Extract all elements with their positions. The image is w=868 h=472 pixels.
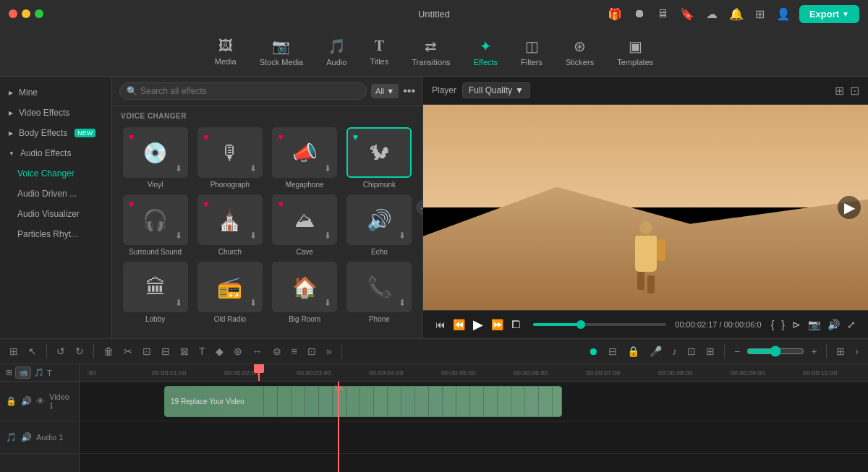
timeline-audio-track-button[interactable]: 🎵 [34,368,44,377]
sidebar-item-particles[interactable]: Particles Rhyt... [0,224,111,244]
toolbar-item-stickers[interactable]: ⊛ Stickers [554,32,605,72]
sidebar-item-audio-visualizer[interactable]: Audio Visualizer [0,204,111,224]
effect-item-lobby[interactable]: 🏛 ⬇ Lobby [121,262,190,323]
record-icon[interactable]: ⏺ [631,6,648,22]
grid-view-button[interactable]: ⊞ [835,84,844,98]
effect-item-cave[interactable]: ♥ ⛰ ⬇ Cave [271,194,339,256]
lock-button[interactable]: 🔒 [624,343,643,359]
effect-item-phone[interactable]: 📞 ⬇ Phone [345,262,414,323]
frame-forward-button[interactable]: ⏩ [488,317,507,332]
replace-button[interactable]: ↔ [249,343,266,359]
effects-search-input[interactable] [119,82,367,100]
audio-track-mute-icon[interactable]: 🔊 [21,432,32,442]
sidebar-item-audio-driven[interactable]: Audio Driven ... [0,184,111,204]
toolbar-item-media[interactable]: 🖼 Media [203,32,248,72]
zoom-slider[interactable] [746,346,804,357]
zoom-in-button[interactable]: + [807,343,820,359]
transform-button[interactable]: ⊛ [230,343,246,359]
effect-item-old-radio[interactable]: 📻 ⬇ Old Radio [195,262,264,323]
bell-icon[interactable]: 🔔 [726,6,746,22]
keyframe-button[interactable]: ◆ [212,343,227,359]
fit-screen-button[interactable]: ⊡ [850,84,859,98]
maximize-button[interactable] [35,9,43,18]
undo-button[interactable]: ↺ [53,343,69,359]
insert-button[interactable]: ⊞ [702,343,718,359]
mark-out-button[interactable]: } [778,317,788,332]
sidebar-item-body-effects[interactable]: ▶ Body Effects NEW [0,123,111,143]
record-audio-button[interactable]: ⏺ [584,343,602,359]
export-button[interactable]: Export ▼ [799,5,859,23]
timeline-video-track-button[interactable]: 📹 [15,366,31,379]
effect-button[interactable]: ≡ [288,343,301,359]
split-alt-button[interactable]: ⊠ [176,343,192,359]
volume-button[interactable]: 🔊 [824,317,843,332]
skip-back-button[interactable]: ⏮ [432,317,449,332]
crop-button[interactable]: ⊳ [788,317,804,332]
play-pause-button[interactable]: ▶ [469,315,488,334]
sidebar-item-voice-changer[interactable]: Voice Changer [0,163,111,184]
audio-track-icon[interactable]: 🎵 [6,432,17,442]
video-clip[interactable]: 19 Replace Your Video [164,386,562,417]
snap-button[interactable]: ⊟ [605,343,621,359]
avatar[interactable]: 👤 [773,6,793,22]
arrow-tool-button[interactable]: ↖ [25,343,41,359]
grid-layout-button[interactable]: ⊞ [6,343,22,359]
crop-timeline-button[interactable]: ⊡ [139,343,155,359]
progress-bar[interactable] [533,323,666,326]
cut-button[interactable]: ✂ [120,343,136,359]
view-options-button[interactable]: ⊞ [833,343,848,359]
toolbar-item-audio[interactable]: 🎵 Audio [315,32,358,72]
mic-button[interactable]: 🎤 [646,343,665,359]
redo-button[interactable]: ↻ [72,343,88,359]
effect-item-big-room[interactable]: 🏠 ⬇ Big Room [271,262,339,323]
video-track-mute-icon[interactable]: 🔊 [21,396,32,406]
cloud-icon[interactable]: ☁ [703,6,720,22]
video-track-eye-icon[interactable]: 👁 [36,396,45,406]
delete-button[interactable]: 🗑 [100,343,117,359]
video-track-lock-icon[interactable]: 🔒 [6,396,17,406]
filter-dropdown[interactable]: All ▼ [371,84,399,98]
minimize-button[interactable] [22,9,30,18]
effect-item-surround-sound[interactable]: ♥ 🎧 ⬇ Surround Sound [121,194,190,256]
settings-button[interactable]: › [851,343,862,359]
toolbar-item-stock-media[interactable]: 📷 Stock Media [248,32,315,72]
frame-back-button[interactable]: ⏪ [449,317,469,332]
toolbar-item-effects[interactable]: ✦ Effects [462,32,509,72]
timeline-add-track-button[interactable]: ⊞ [6,368,12,377]
adjust-button[interactable]: ⊜ [269,343,285,359]
fullscreen-button[interactable]: ⤢ [843,317,859,332]
effect-item-phonograph[interactable]: ♥ 🎙 ⬇ Phonograph [195,127,264,189]
quality-selector[interactable]: Full Quality ▼ [462,82,530,98]
overlay-play-button[interactable]: ▶ [838,196,861,219]
audio-adjust-button[interactable]: ⊡ [304,343,320,359]
toolbar-item-filters[interactable]: ◫ Filters [509,32,554,72]
subtitle-button[interactable]: ⊡ [684,343,699,359]
sidebar-item-video-effects[interactable]: ▶ Video Effects [0,103,111,123]
gift-icon[interactable]: 🎁 [605,6,625,22]
effect-item-vinyl[interactable]: ♥ 💿 ⬇ Vinyl [121,127,190,189]
text-button[interactable]: T [195,343,209,359]
toolbar-item-titles[interactable]: T Titles [358,32,400,72]
apps-icon[interactable]: ⊞ [752,6,767,22]
split-button[interactable]: ⊟ [158,343,174,359]
sidebar-item-mine[interactable]: ▶ Mine [0,82,111,103]
effect-item-megaphone[interactable]: ♥ 📣 ⬇ Megaphone [271,127,339,189]
monitor-icon[interactable]: 🖥 [654,6,671,22]
bookmark-icon[interactable]: 🔖 [677,6,697,22]
sidebar-item-audio-effects[interactable]: ▼ Audio Effects [0,143,111,163]
toolbar-item-transitions[interactable]: ⇄ Transitions [400,32,461,72]
more-button[interactable]: » [323,343,336,359]
timeline-text-track-button[interactable]: T [47,369,52,377]
toolbar-item-templates[interactable]: ▣ Templates [605,32,665,72]
close-button[interactable] [9,9,17,18]
audio-track-button[interactable]: ♪ [668,343,681,359]
video-play-overlay[interactable]: ▶ [838,196,861,219]
screenshot-button[interactable]: 📷 [804,317,824,332]
effects-more-button[interactable]: ••• [403,85,415,98]
loop-button[interactable]: ⧠ [507,317,524,332]
mark-in-button[interactable]: { [767,317,778,332]
effect-item-chipmunk[interactable]: ♥ 🐿 Chipmunk [345,127,414,189]
zoom-out-button[interactable]: − [731,343,744,359]
effect-item-church[interactable]: ♥ ⛪ ⬇ Church [195,194,264,256]
effect-item-echo[interactable]: 🔊 ⬇ Echo [345,194,414,256]
